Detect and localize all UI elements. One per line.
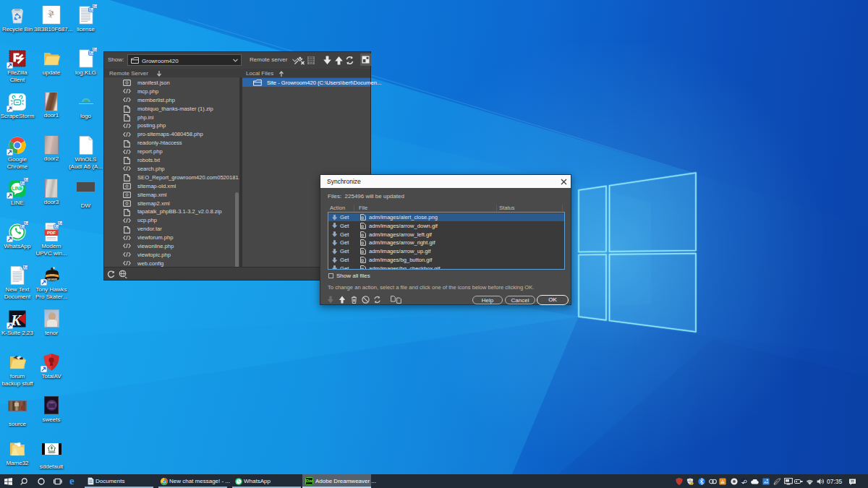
svg-text:PDF: PDF: [47, 231, 56, 235]
svg-text:SK8ER: SK8ER: [47, 278, 57, 281]
